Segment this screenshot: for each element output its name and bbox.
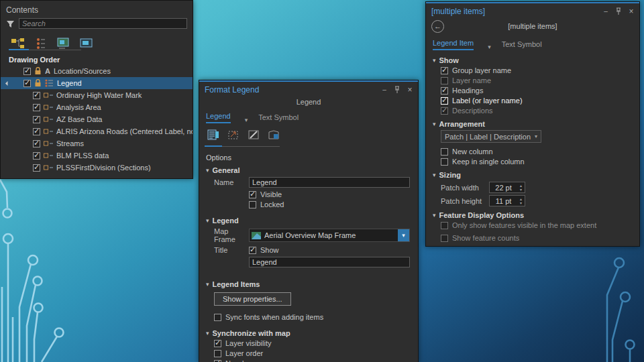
only-show-features-checkbox[interactable] (441, 222, 448, 229)
drawing-order-icon (11, 38, 25, 50)
show-feature-counts-label: Show feature counts (452, 234, 519, 242)
list-by-source-tab[interactable] (33, 37, 49, 50)
map-frame-select[interactable]: Aerial Overview Map Frame (249, 229, 410, 242)
legend-item-label: PLSSFirstDivision (Sections) (56, 164, 151, 172)
chevron-down-icon[interactable] (245, 117, 248, 123)
stepper-arrows-icon[interactable] (517, 184, 525, 192)
item-visibility-checkbox[interactable] (33, 116, 40, 123)
keep-single-column-checkbox[interactable] (441, 158, 448, 166)
title-label: Title (214, 246, 249, 254)
legend-item-patch-icon (44, 141, 53, 146)
collapse-caret-icon (206, 167, 209, 174)
minimize-icon[interactable] (380, 86, 388, 94)
list-by-drawing-order-tab[interactable] (10, 37, 26, 50)
legend-item-row[interactable]: Streams (1, 137, 193, 149)
list-by-selection-tab[interactable] (56, 37, 72, 50)
contents-panel: Contents (0, 0, 193, 179)
dropdown-button[interactable] (398, 229, 409, 241)
section-legend[interactable]: Legend (206, 216, 411, 225)
legend-item-row[interactable]: PLSSFirstDivision (Sections) (1, 162, 193, 174)
legend-options-icon[interactable] (206, 128, 221, 141)
legend-item-row[interactable]: Analysis Area (1, 101, 193, 113)
search-input[interactable] (19, 18, 187, 29)
group-layer-name-checkbox[interactable] (441, 67, 448, 74)
item-visibility-checkbox[interactable] (33, 152, 40, 160)
item-visibility-checkbox[interactable] (33, 164, 40, 172)
list-by-editing-tab[interactable] (78, 37, 95, 50)
collapse-caret-icon (433, 57, 436, 64)
placement-icon[interactable] (226, 128, 241, 141)
close-icon[interactable] (406, 86, 414, 94)
patch-height-stepper[interactable]: 11 pt (489, 195, 525, 206)
sync-fonts-checkbox[interactable] (214, 314, 221, 321)
section-legend-items[interactable]: Legend Items (206, 280, 411, 289)
item-visibility-checkbox[interactable] (33, 128, 40, 135)
item-visibility-checkbox[interactable] (33, 140, 40, 147)
fitting-icon[interactable] (266, 128, 281, 141)
descriptions-label: Descriptions (452, 107, 493, 115)
layer-row-legend[interactable]: Legend (1, 77, 193, 89)
tab-text-symbol[interactable]: Text Symbol (502, 40, 542, 50)
display-icon[interactable] (246, 128, 261, 141)
legend-item-row[interactable]: Ordinary High Water Mark (1, 89, 193, 101)
multiple-items-title: [multiple items] (431, 7, 602, 16)
legend-item-label: BLM PLSS data (56, 152, 109, 160)
layer-label: Legend (57, 79, 82, 87)
locked-checkbox[interactable] (249, 201, 256, 208)
format-legend-body: Options General Name Visible Locked Lege… (199, 147, 418, 362)
pin-icon[interactable] (393, 86, 401, 94)
section-general[interactable]: General (206, 166, 411, 175)
legend-item-row[interactable]: BLM PLSS data (1, 149, 193, 162)
item-visibility-checkbox[interactable] (33, 92, 40, 99)
layer-visibility-row: Layer visibility (214, 339, 411, 348)
new-layer-checkbox[interactable] (214, 360, 221, 362)
active-view-tab-underline (9, 49, 29, 50)
name-input[interactable] (249, 177, 410, 188)
label-checkbox[interactable] (441, 97, 448, 105)
arrangement-dropdown[interactable]: Patch | Label | Description (441, 130, 541, 143)
legend-item-row[interactable]: ALRIS Arizona Roads (Centered Label, no … (1, 125, 193, 137)
legend-item-patch-icon (44, 129, 53, 134)
close-icon[interactable] (627, 7, 635, 15)
pin-icon[interactable] (614, 7, 623, 15)
sync-fonts-row: Sync fonts when adding items (214, 312, 411, 322)
show-properties-button[interactable]: Show properties... (214, 292, 291, 306)
show-feature-counts-checkbox[interactable] (441, 235, 448, 242)
group-layer-name-row: Group layer name (441, 66, 633, 75)
legend-item-label: AZ Base Data (56, 115, 102, 123)
section-synchronize[interactable]: Synchronize with map (206, 328, 411, 338)
tab-legend[interactable]: Legend (206, 112, 231, 123)
layer-order-checkbox[interactable] (214, 350, 221, 357)
legend-title-input[interactable] (249, 257, 410, 267)
item-visibility-checkbox[interactable] (33, 104, 40, 111)
new-column-checkbox[interactable] (441, 148, 448, 156)
layer-name-row: Layer name (441, 76, 633, 85)
section-arrangement[interactable]: Arrangement (433, 119, 633, 129)
patch-width-stepper[interactable]: 22 pt (489, 182, 525, 193)
legend-item-patch-icon (44, 105, 53, 110)
legend-item-row[interactable]: AZ Base Data (1, 113, 193, 125)
minimize-icon[interactable] (602, 7, 610, 15)
stepper-arrows-icon[interactable] (517, 197, 525, 205)
filter-icon[interactable] (6, 19, 15, 28)
lock-icon (34, 67, 42, 75)
descriptions-checkbox[interactable] (441, 107, 448, 115)
expand-triangle-icon[interactable] (5, 80, 10, 85)
tab-text-symbol[interactable]: Text Symbol (258, 113, 299, 123)
layer-visibility-checkbox[interactable] (23, 68, 31, 75)
tab-legend-item[interactable]: Legend Item (433, 39, 474, 50)
group-layer-name-label: Group layer name (452, 66, 511, 74)
chevron-down-icon[interactable] (488, 44, 491, 50)
layer-visibility-checkbox[interactable] (23, 80, 31, 87)
layer-row-location-sources[interactable]: A Location/Sources (1, 65, 193, 77)
visible-checkbox[interactable] (249, 191, 256, 198)
section-show[interactable]: Show (433, 56, 633, 65)
section-feature-display[interactable]: Feature Display Options (433, 210, 633, 220)
show-title-checkbox[interactable] (249, 247, 256, 254)
headings-checkbox[interactable] (441, 87, 448, 95)
section-sizing[interactable]: Sizing (433, 170, 633, 180)
layer-name-checkbox[interactable] (441, 77, 448, 84)
collapse-caret-icon (433, 212, 436, 219)
format-tabs: Legend Text Symbol (199, 107, 418, 123)
layer-visibility-checkbox[interactable] (214, 340, 221, 347)
